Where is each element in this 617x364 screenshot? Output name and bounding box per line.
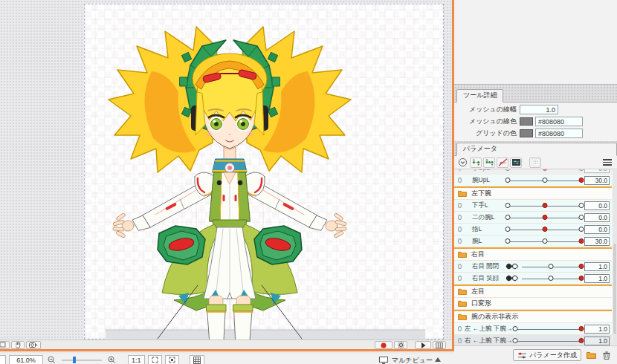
grid-color-swatch[interactable] xyxy=(520,129,533,137)
param-value-box[interactable]: 1.0 xyxy=(584,337,610,345)
key-3point-icon[interactable] xyxy=(483,157,495,168)
slider-knob[interactable] xyxy=(579,227,584,232)
param-row[interactable]: 右 ←上腕 下腕→1.0 xyxy=(454,335,612,345)
param-folder-label: 口変形 xyxy=(468,299,491,308)
record-button[interactable] xyxy=(375,341,393,349)
param-slider[interactable] xyxy=(508,201,581,211)
slider-knob[interactable] xyxy=(505,227,511,232)
slider-value-dot[interactable] xyxy=(542,227,547,232)
canvas-viewport[interactable] xyxy=(0,0,454,351)
tab-tool-detail[interactable]: ツール詳細 xyxy=(456,89,503,103)
slider-value-dot[interactable] xyxy=(579,238,584,244)
zoom-out-button[interactable] xyxy=(46,355,57,364)
create-parameter-icon xyxy=(517,351,527,360)
param-slider[interactable] xyxy=(514,324,581,334)
slider-value-dot[interactable] xyxy=(579,264,584,269)
param-folder-row[interactable]: 左目 xyxy=(454,286,612,298)
record-settings-button[interactable] xyxy=(394,341,407,349)
camera-view-button[interactable] xyxy=(26,341,41,349)
param-folder-row[interactable]: 口変形 xyxy=(454,298,612,310)
slider-knob[interactable] xyxy=(513,326,518,331)
slider-knob[interactable] xyxy=(505,178,511,183)
param-row[interactable]: 右目 笑顔1.0 xyxy=(454,273,612,285)
zoom-slider[interactable] xyxy=(60,355,103,364)
key-2point-icon[interactable] xyxy=(470,157,482,168)
param-slider[interactable] xyxy=(508,169,581,174)
slider-knob[interactable] xyxy=(505,203,511,208)
slider-value-dot[interactable] xyxy=(579,338,584,343)
model-page[interactable] xyxy=(84,4,444,339)
mesh-line-color-swatch[interactable] xyxy=(520,117,533,126)
param-value-box[interactable]: 1.0 xyxy=(584,274,610,283)
frames-button[interactable] xyxy=(433,341,446,349)
param-slider[interactable] xyxy=(508,236,581,247)
fit-selection-button[interactable] xyxy=(165,355,179,364)
param-folder-row[interactable]: 左下腕 xyxy=(454,188,612,200)
param-value-box[interactable]: 0.0 xyxy=(584,225,610,234)
param-slider[interactable] xyxy=(514,336,581,346)
tab-parameter[interactable]: パラメータ xyxy=(456,143,617,156)
slider-knob[interactable] xyxy=(579,203,584,208)
param-folder-label: 左目 xyxy=(468,287,485,296)
param-row[interactable]: 下手L0.0 xyxy=(454,200,612,212)
grid-color-input[interactable]: #808080 xyxy=(535,129,583,138)
param-value-box[interactable]: 30.0 xyxy=(584,237,610,246)
slider-knob[interactable] xyxy=(542,178,547,183)
statusbar-partial-icon[interactable] xyxy=(0,355,6,364)
slider-knob[interactable] xyxy=(542,238,547,244)
trash-icon[interactable] xyxy=(601,349,613,361)
chevron-up-icon[interactable] xyxy=(435,357,441,362)
keyform-edit-icon[interactable] xyxy=(510,157,522,168)
param-slider[interactable] xyxy=(520,273,581,284)
param-slider[interactable] xyxy=(508,175,581,186)
partial-tool-button[interactable] xyxy=(0,341,10,349)
scale-1-1-button[interactable]: 1:1 xyxy=(128,355,145,364)
param-row[interactable]: 右目 開閉1.0 xyxy=(454,261,612,273)
param-value-box[interactable]: 0.0 xyxy=(584,169,610,173)
slider-value-dot[interactable] xyxy=(579,276,584,281)
grid-toggle-button[interactable] xyxy=(190,355,204,364)
param-row[interactable]: 左 ←上腕 下腕→1.0 xyxy=(454,323,612,335)
param-row[interactable]: 指L0.0 xyxy=(454,224,612,235)
slider-knob[interactable] xyxy=(505,215,511,220)
param-value-box[interactable]: 0.0 xyxy=(584,201,610,210)
param-row[interactable]: 腕L30.0 xyxy=(454,235,612,247)
new-folder-icon[interactable] xyxy=(585,349,597,361)
mesh-line-color-input[interactable]: #808080 xyxy=(535,117,583,126)
param-slider[interactable] xyxy=(508,212,581,223)
param-value-box[interactable]: 1.0 xyxy=(584,325,610,334)
slider-knob[interactable] xyxy=(548,264,553,269)
slider-knob[interactable] xyxy=(505,238,511,244)
param-value-box[interactable]: 0.0 xyxy=(584,213,610,222)
param-slider[interactable] xyxy=(520,261,581,272)
slider-value-dot[interactable] xyxy=(579,326,584,331)
play-button[interactable] xyxy=(415,341,431,349)
collapse-icon[interactable] xyxy=(456,157,468,168)
slider-value-dot[interactable] xyxy=(542,203,547,208)
param-row[interactable]: 腕UpL30.0 xyxy=(454,175,612,186)
param-folder-row[interactable]: 右目 xyxy=(454,249,612,261)
param-row[interactable]: 二の腕L0.0 xyxy=(454,212,612,224)
fit-view-button[interactable] xyxy=(148,355,162,364)
param-folder-row[interactable]: 腕の表示非表示 xyxy=(454,311,612,323)
key-delete-icon[interactable] xyxy=(497,157,508,168)
slider-knob[interactable] xyxy=(579,215,584,220)
slider-value-dot[interactable] xyxy=(542,215,547,220)
slider-value-dot[interactable] xyxy=(542,169,547,171)
param-slider[interactable] xyxy=(508,224,581,235)
param-value-box[interactable]: 30.0 xyxy=(584,176,610,185)
zoom-in-button[interactable] xyxy=(106,355,117,364)
multiview-button[interactable]: マルチビュー xyxy=(392,355,433,364)
param-scrollbar[interactable] xyxy=(613,170,617,345)
slider-knob[interactable] xyxy=(513,338,518,343)
menu-icon[interactable] xyxy=(603,157,612,167)
param-row[interactable]: 手UpL0.0 xyxy=(454,169,612,175)
hand-tool-button[interactable] xyxy=(11,341,25,349)
slider-value-dot[interactable] xyxy=(579,178,584,183)
dots-grid-icon[interactable] xyxy=(529,157,541,168)
mesh-line-width-input[interactable]: 1.0 xyxy=(520,105,558,114)
slider-knob[interactable] xyxy=(548,276,553,281)
slider-knob[interactable] xyxy=(579,169,584,171)
param-value-box[interactable]: 1.0 xyxy=(584,262,610,271)
create-parameter-button[interactable]: パラメータ作成 xyxy=(513,349,581,361)
